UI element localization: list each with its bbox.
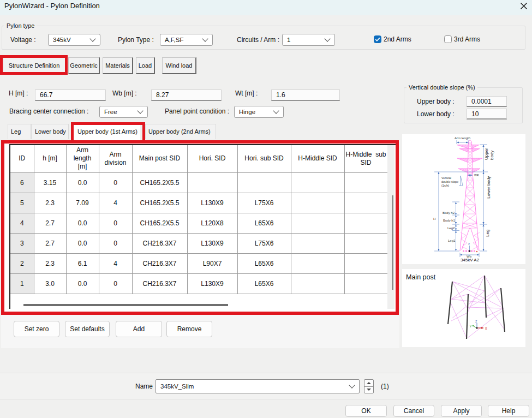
svg-text:body: body [489, 151, 494, 160]
svg-text:Body h1: Body h1 [443, 219, 456, 222]
svg-text:H: H [433, 217, 435, 220]
svg-text:z: z [468, 242, 470, 246]
svg-text:Leg2: Leg2 [447, 226, 455, 230]
svg-text:x: x [485, 326, 487, 330]
svg-text:double slope: double slope [441, 180, 458, 183]
svg-text:Vertical: Vertical [441, 176, 451, 180]
svg-text:Lower body: Lower body [486, 176, 491, 199]
svg-text:y: y [470, 324, 471, 327]
svg-text:Arm length: Arm length [455, 136, 470, 140]
svg-text:(1s/h): (1s/h) [441, 184, 449, 187]
svg-text:Leg: Leg [485, 230, 490, 237]
svg-text:WR: WR [474, 174, 479, 177]
svg-text:Body h2: Body h2 [443, 211, 455, 214]
svg-text:345kV A2: 345kV A2 [461, 258, 480, 262]
svg-text:Upper: Upper [484, 148, 489, 160]
svg-text:Leg1: Leg1 [448, 239, 456, 242]
svg-text:z: z [475, 319, 477, 323]
